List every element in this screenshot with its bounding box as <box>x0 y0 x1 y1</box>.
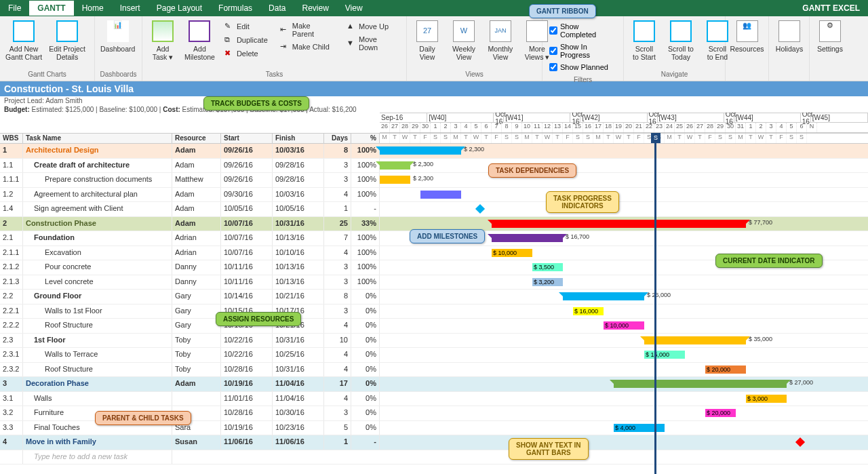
scroll-start-button[interactable]: Scrollto Start <box>627 19 662 62</box>
gantt-chart-icon <box>13 20 35 42</box>
gantt-bar[interactable]: $ 2,300 <box>380 146 461 155</box>
scroll-today-button[interactable]: Scroll toToday <box>663 19 698 62</box>
up-icon: ▲ <box>347 22 356 31</box>
gear-icon: ⚙ <box>819 20 841 42</box>
group-label: Navigate <box>627 69 722 79</box>
weekly-view-button[interactable]: WWeeklyView <box>446 19 481 62</box>
delete-task-button[interactable]: ✖Delete <box>220 47 272 60</box>
calendar-icon <box>526 20 548 42</box>
holidays-button[interactable]: Holidays <box>772 19 807 54</box>
copy-icon: ⧉ <box>224 35 234 45</box>
gantt-bar[interactable]: $ 10,000 <box>604 321 644 330</box>
gantt-bar[interactable]: $ 3,500 <box>532 263 563 271</box>
resources-button[interactable]: 👥Resources <box>728 19 766 54</box>
calendar-day-icon: 27 <box>416 20 438 42</box>
add-task-icon <box>152 20 174 42</box>
callout-milestones: ADD MILESTONES <box>410 229 485 243</box>
make-parent-button[interactable]: ⇤Make Parent <box>276 20 338 39</box>
scroll-end-icon <box>707 20 728 42</box>
callout-dependencies: TASK DEPENDENCIES <box>488 163 576 178</box>
callout-bar-text: SHOW ANY TEXT INGANTT BARS <box>509 438 589 460</box>
gantt-bar[interactable]: $ 2,300 <box>380 161 410 170</box>
gantt-bar[interactable]: $ 3,200 <box>532 278 563 286</box>
callout-current-date: CURRENT DATE INDICATOR <box>715 254 823 268</box>
outdent-icon: ⇤ <box>280 25 290 35</box>
scroll-start-icon <box>633 20 655 42</box>
gantt-bar[interactable] <box>420 191 461 199</box>
people-icon: 👥 <box>736 20 758 42</box>
down-icon: ▼ <box>347 39 356 48</box>
gantt-bar[interactable]: $ 77,700 <box>492 220 746 228</box>
gantt-bar[interactable]: $ 15,000 <box>644 351 685 359</box>
gantt-bar[interactable]: $ 4,000 <box>614 424 665 432</box>
gantt-bar[interactable]: $ 3,000 <box>746 395 787 403</box>
show-in-progress-checkbox[interactable]: Show In Progress <box>547 42 619 60</box>
group-label: Views <box>410 69 539 79</box>
column-headers: WBS Task Name Resource Start Finish Days… <box>0 133 380 144</box>
gantt-bar[interactable]: $ 2,300 <box>380 176 410 184</box>
milestone-marker[interactable] <box>795 437 805 447</box>
callout-ribbon: GANTT RIBBON <box>529 4 596 18</box>
menu-home[interactable]: Home <box>74 1 112 16</box>
menu-data[interactable]: Data <box>260 1 294 16</box>
monthly-view-button[interactable]: JANMonthlyView <box>483 19 518 62</box>
add-new-gantt-button[interactable]: Add NewGantt Chart <box>3 19 45 62</box>
pencil-icon: ✎ <box>224 22 234 31</box>
edit-task-button[interactable]: ✎Edit <box>220 20 272 33</box>
scroll-today-icon <box>670 20 692 42</box>
duplicate-task-button[interactable]: ⧉Duplicate <box>220 34 272 46</box>
delete-icon: ✖ <box>224 49 234 58</box>
ribbon: Add NewGantt Chart Edit ProjectDetails G… <box>0 16 868 81</box>
app-title: GANTT EXCEL <box>802 3 860 13</box>
menu-insert[interactable]: Insert <box>112 1 149 16</box>
callout-budgets: TRACK BUDGETS & COSTS <box>203 96 309 111</box>
menu-file[interactable]: File <box>0 1 29 16</box>
edit-project-icon <box>56 20 78 42</box>
project-title: Construction - St. Louis Villa <box>0 81 868 96</box>
holiday-icon <box>778 20 800 42</box>
move-down-button[interactable]: ▼Move Down <box>342 34 402 53</box>
today-marker: S <box>651 133 660 143</box>
timeline-header: Sep-16[W40]Oct-16[W41]Oct-16[W42]Oct-16[… <box>380 113 868 133</box>
dashboard-icon: 📊 <box>107 20 129 42</box>
daily-view-button[interactable]: 27DailyView <box>410 19 445 62</box>
milestone-icon <box>189 20 210 42</box>
callout-progress: TASK PROGRESSINDICATORS <box>546 191 619 213</box>
menubar: FileGANTTHomeInsertPage LayoutFormulasDa… <box>0 0 868 16</box>
edit-project-button[interactable]: Edit ProjectDetails <box>46 19 88 62</box>
menu-page layout[interactable]: Page Layout <box>149 1 210 16</box>
calendar-week-icon: W <box>453 20 475 42</box>
gantt-bar[interactable]: $ 27,000 <box>614 380 787 388</box>
show-completed-checkbox[interactable]: Show Completed <box>547 22 619 39</box>
project-lead: Project Lead: Adam Smith <box>0 96 868 105</box>
gantt-bar[interactable]: $ 35,000 <box>644 336 746 344</box>
calendar-month-icon: JAN <box>490 20 511 42</box>
show-planned-checkbox[interactable]: Show Planned <box>547 62 619 72</box>
make-child-button[interactable]: ⇥Make Child <box>276 41 338 53</box>
menu-view[interactable]: View <box>337 1 371 16</box>
callout-parent-child: PARENT & CHILD TASKS <box>95 411 191 425</box>
gantt-bar[interactable]: $ 20,000 <box>705 366 746 374</box>
gantt-bar[interactable]: $ 26,000 <box>563 292 644 300</box>
menu-gantt[interactable]: GANTT <box>29 1 73 16</box>
milestone-marker[interactable] <box>475 204 485 214</box>
menu-review[interactable]: Review <box>294 1 336 16</box>
move-up-button[interactable]: ▲Move Up <box>342 20 402 33</box>
indent-icon: ⇥ <box>280 42 290 52</box>
settings-button[interactable]: ⚙Settings <box>812 19 848 54</box>
dashboard-button[interactable]: 📊Dashboard <box>98 19 138 54</box>
group-label: Dashboards <box>98 69 139 79</box>
gantt-bar[interactable]: $ 10,000 <box>492 249 532 257</box>
menu-formulas[interactable]: Formulas <box>210 1 260 16</box>
gantt-bar[interactable]: $ 20,000 <box>705 409 736 417</box>
add-milestone-button[interactable]: AddMilestone <box>182 19 218 62</box>
group-label: Gantt Charts <box>3 69 92 79</box>
callout-resources: ASSIGN RESOURCES <box>216 312 301 326</box>
add-task-button[interactable]: AddTask ▾ <box>145 19 180 62</box>
group-label: Tasks <box>145 69 403 79</box>
gantt-bar[interactable]: $ 16,000 <box>573 307 604 315</box>
group-label: Filters <box>545 75 620 85</box>
gantt-bar[interactable]: $ 16,700 <box>492 234 563 242</box>
today-line <box>654 133 656 474</box>
